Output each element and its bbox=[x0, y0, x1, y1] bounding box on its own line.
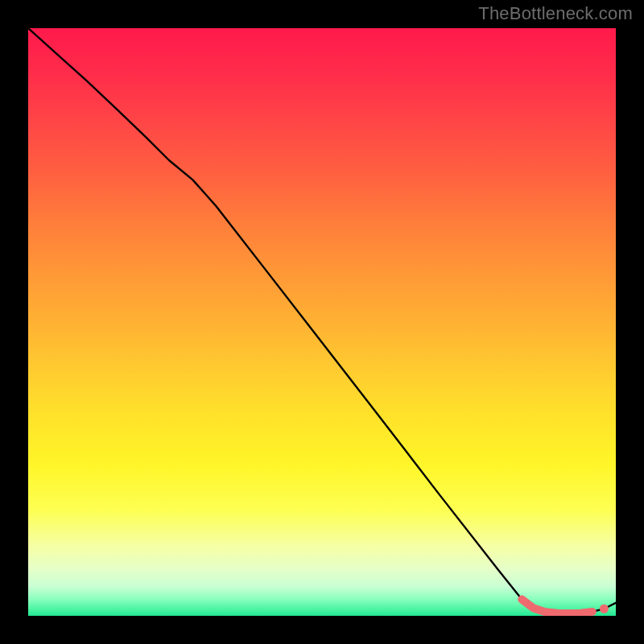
chart-overlay bbox=[28, 28, 616, 616]
optimal-zone-marker bbox=[522, 600, 592, 614]
chart-frame: TheBottleneck.com bbox=[0, 0, 644, 644]
watermark-text: TheBottleneck.com bbox=[478, 3, 633, 24]
end-point-marker bbox=[600, 605, 609, 613]
bottleneck-curve bbox=[28, 28, 616, 613]
